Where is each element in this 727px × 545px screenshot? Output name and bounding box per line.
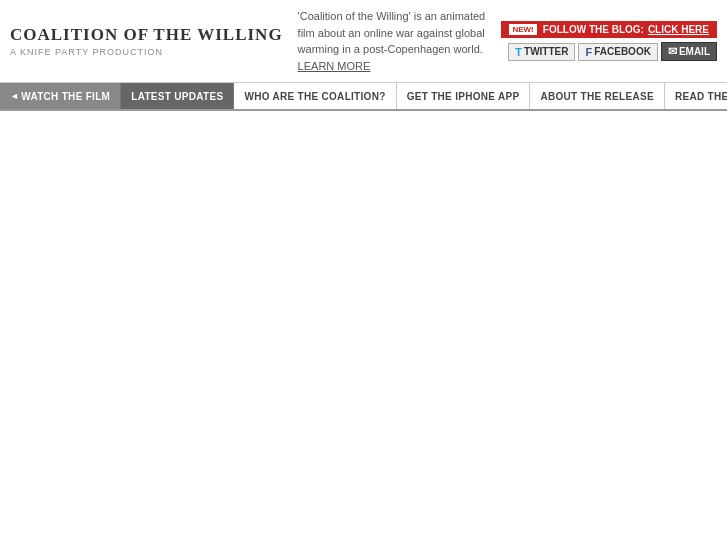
facebook-button[interactable]: f FACEBOOK — [578, 43, 657, 61]
header: COALITION OF THE WILLING A KNIFE PARTY P… — [0, 0, 727, 83]
email-label: EMAIL — [679, 46, 710, 57]
email-button[interactable]: ✉ EMAIL — [661, 42, 717, 61]
follow-bar: NEW! FOLLOW THE BLOG: CLICK HERE — [501, 21, 717, 38]
nav-item-read-script[interactable]: READ THE SCRIPT — [665, 83, 727, 109]
click-here-link[interactable]: CLICK HERE — [648, 24, 709, 35]
nav-item-iphone-app[interactable]: GET THE iPHONE APP — [397, 83, 531, 109]
twitter-button[interactable]: t TWITTER — [508, 43, 575, 61]
nav-item-latest-updates[interactable]: LATEST UPDATES — [121, 83, 234, 109]
twitter-label: TWITTER — [524, 46, 568, 57]
email-icon: ✉ — [668, 45, 677, 58]
nav-item-watch-film[interactable]: WATCH THE FILM — [0, 83, 121, 109]
logo-area: COALITION OF THE WILLING A KNIFE PARTY P… — [10, 25, 283, 57]
nav-item-about-release[interactable]: ABOUT THE RELEASE — [530, 83, 664, 109]
site-title: COALITION OF THE WILLING — [10, 25, 283, 45]
site-subtitle: A KNIFE PARTY PRODUCTION — [10, 47, 283, 57]
navbar: WATCH THE FILMLATEST UPDATESWHO ARE THE … — [0, 83, 727, 111]
social-buttons: t TWITTER f FACEBOOK ✉ EMAIL — [508, 42, 717, 61]
tagline: 'Coalition of the Willing' is an animate… — [283, 8, 502, 74]
learn-more-link[interactable]: LEARN MORE — [298, 60, 371, 72]
social-area: NEW! FOLLOW THE BLOG: CLICK HERE t TWITT… — [501, 21, 717, 61]
twitter-icon: t — [515, 46, 522, 58]
new-badge: NEW! — [509, 24, 536, 35]
nav-item-who-coalition[interactable]: WHO ARE THE COALITION? — [234, 83, 396, 109]
facebook-label: FACEBOOK — [594, 46, 651, 57]
follow-text: FOLLOW THE BLOG: — [543, 24, 644, 35]
facebook-icon: f — [585, 46, 592, 58]
tagline-text: 'Coalition of the Willing' is an animate… — [298, 10, 486, 55]
main-content — [0, 111, 727, 545]
